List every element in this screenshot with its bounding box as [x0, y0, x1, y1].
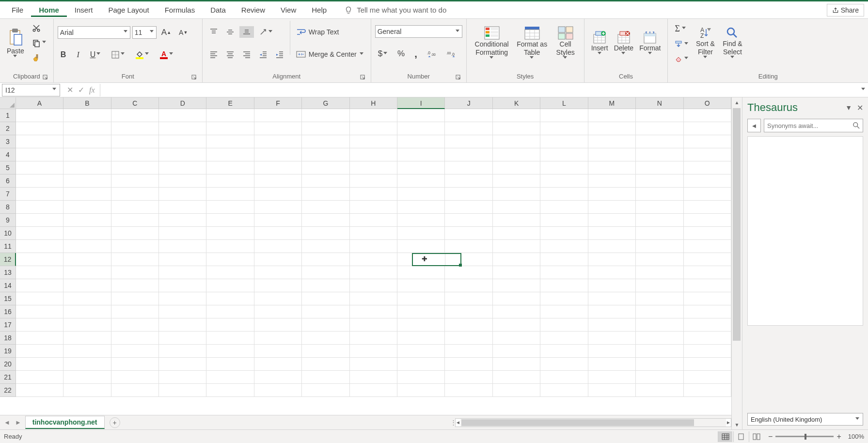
tab-nav-prev[interactable]: ◄ — [4, 419, 10, 426]
cell-H14[interactable] — [350, 279, 397, 292]
cell-H21[interactable] — [350, 371, 397, 384]
cell-H7[interactable] — [350, 188, 397, 201]
cell-A16[interactable] — [16, 305, 63, 318]
cell-C1[interactable] — [111, 109, 159, 122]
cell-I16[interactable] — [397, 305, 445, 318]
borders-button[interactable] — [109, 49, 128, 60]
cell-A14[interactable] — [16, 279, 63, 292]
cell-D3[interactable] — [159, 135, 206, 148]
page-break-view-button[interactable] — [749, 431, 763, 442]
normal-view-button[interactable] — [718, 431, 732, 442]
cell-M19[interactable] — [588, 345, 636, 358]
page-layout-view-button[interactable] — [733, 431, 748, 442]
merge-center-button[interactable]: Merge & Center — [293, 48, 367, 60]
col-header-G[interactable]: G — [302, 97, 349, 109]
cell-J17[interactable] — [445, 318, 492, 332]
cell-D11[interactable] — [159, 240, 206, 253]
cell-K17[interactable] — [493, 318, 540, 332]
menu-formulas[interactable]: Formulas — [157, 3, 203, 17]
cell-N14[interactable] — [636, 279, 683, 292]
insert-cells-button[interactable]: Insert — [588, 21, 611, 65]
cell-O10[interactable] — [684, 227, 731, 240]
cell-I22[interactable] — [397, 384, 445, 397]
cell-D1[interactable] — [159, 109, 206, 122]
row-header-11[interactable]: 11 — [0, 240, 16, 253]
row-header-5[interactable]: 5 — [0, 161, 16, 174]
cell-N5[interactable] — [636, 161, 683, 174]
cell-M1[interactable] — [588, 109, 636, 122]
cell-F18[interactable] — [254, 332, 302, 345]
cell-I4[interactable] — [397, 148, 445, 161]
cell-A1[interactable] — [16, 109, 63, 122]
cancel-formula-button[interactable]: ✕ — [67, 85, 73, 95]
number-launcher[interactable] — [455, 74, 461, 80]
cell-O22[interactable] — [684, 384, 731, 397]
cell-L11[interactable] — [540, 240, 588, 253]
cell-N21[interactable] — [636, 371, 683, 384]
cell-O9[interactable] — [684, 214, 731, 227]
cell-N9[interactable] — [636, 214, 683, 227]
cell-M17[interactable] — [588, 318, 636, 332]
cell-H13[interactable] — [350, 266, 397, 279]
cell-B15[interactable] — [63, 292, 111, 305]
cell-O2[interactable] — [684, 122, 731, 135]
scroll-up-button[interactable]: ▲ — [732, 97, 742, 107]
formula-input[interactable] — [100, 84, 858, 96]
col-header-J[interactable]: J — [445, 97, 492, 109]
sheet-tab[interactable]: tinhocvanphong.net — [25, 416, 105, 429]
cell-F8[interactable] — [254, 201, 302, 214]
cell-B17[interactable] — [63, 318, 111, 332]
cell-C17[interactable] — [111, 318, 159, 332]
cell-D7[interactable] — [159, 188, 206, 201]
cell-F10[interactable] — [254, 227, 302, 240]
cell-L7[interactable] — [540, 188, 588, 201]
cell-K8[interactable] — [493, 201, 540, 214]
find-select-button[interactable]: Find & Select — [719, 21, 746, 65]
bold-button[interactable]: B — [58, 49, 69, 61]
cell-J18[interactable] — [445, 332, 492, 345]
autosum-button[interactable]: Σ — [672, 22, 692, 35]
row-header-15[interactable]: 15 — [0, 292, 16, 305]
cell-F1[interactable] — [254, 109, 302, 122]
cell-G5[interactable] — [302, 161, 349, 174]
cell-E21[interactable] — [206, 371, 254, 384]
cell-H2[interactable] — [350, 122, 397, 135]
cell-E18[interactable] — [206, 332, 254, 345]
paste-button[interactable]: Paste — [4, 21, 27, 65]
name-box[interactable]: I12 — [2, 84, 60, 96]
cell-H8[interactable] — [350, 201, 397, 214]
cell-I12[interactable] — [397, 253, 445, 266]
cell-K15[interactable] — [493, 292, 540, 305]
cell-N4[interactable] — [636, 148, 683, 161]
fill-button[interactable] — [672, 39, 692, 49]
cell-styles-button[interactable]: Cell Styles — [551, 21, 580, 65]
cell-D10[interactable] — [159, 227, 206, 240]
row-header-22[interactable]: 22 — [0, 384, 16, 397]
horizontal-scrollbar[interactable]: ◄ ► — [455, 418, 731, 427]
tell-me[interactable]: Tell me what you want to do — [344, 6, 446, 15]
cell-F3[interactable] — [254, 135, 302, 148]
cell-C15[interactable] — [111, 292, 159, 305]
cell-O12[interactable] — [684, 253, 731, 266]
cell-K7[interactable] — [493, 188, 540, 201]
cell-F7[interactable] — [254, 188, 302, 201]
cell-D2[interactable] — [159, 122, 206, 135]
cell-D15[interactable] — [159, 292, 206, 305]
cell-O16[interactable] — [684, 305, 731, 318]
row-header-1[interactable]: 1 — [0, 109, 16, 122]
tab-nav-next[interactable]: ► — [15, 419, 21, 426]
cell-G3[interactable] — [302, 135, 349, 148]
number-format-combo[interactable]: General — [375, 25, 462, 38]
row-header-13[interactable]: 13 — [0, 266, 16, 279]
cell-C16[interactable] — [111, 305, 159, 318]
cell-L1[interactable] — [540, 109, 588, 122]
cell-N11[interactable] — [636, 240, 683, 253]
cell-J2[interactable] — [445, 122, 492, 135]
font-launcher[interactable] — [190, 74, 197, 80]
cell-N10[interactable] — [636, 227, 683, 240]
cell-J16[interactable] — [445, 305, 492, 318]
cell-N22[interactable] — [636, 384, 683, 397]
col-header-C[interactable]: C — [111, 97, 159, 109]
cell-J12[interactable] — [445, 253, 493, 266]
cell-L10[interactable] — [540, 227, 588, 240]
